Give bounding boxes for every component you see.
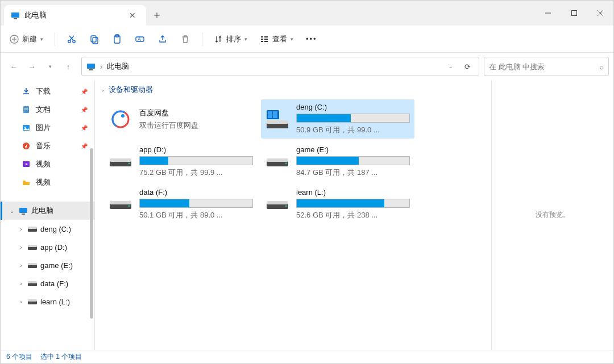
chevron-down-icon: ▾ [291, 36, 293, 42]
svg-rect-37 [28, 227, 37, 229]
new-tab-button[interactable]: ＋ [146, 4, 168, 26]
paste-button[interactable] [107, 31, 127, 48]
chevron-right-icon[interactable]: › [18, 262, 24, 269]
drive-label: app (D:) [139, 145, 254, 154]
group-header-devices[interactable]: ⌄ 设备和驱动器 [95, 80, 491, 99]
svg-rect-20 [264, 36, 268, 37]
sidebar-drive-gamee[interactable]: ›game (E:) [1, 256, 94, 274]
sidebar-item-label: deng (C:) [40, 225, 71, 233]
copy-button[interactable] [85, 31, 104, 48]
sidebar-tree-this-pc[interactable]: ⌄此电脑 [1, 202, 94, 220]
minimize-button[interactable] [535, 1, 561, 26]
separator [55, 32, 55, 46]
svg-rect-62 [267, 201, 288, 204]
view-button[interactable]: 查看 ▾ [255, 31, 298, 48]
chevron-right-icon[interactable]: › [18, 226, 24, 232]
sidebar-drive-dengc[interactable]: ›deng (C:) [1, 220, 94, 238]
tab-this-pc[interactable]: 此电脑 ✕ [4, 5, 146, 26]
this-pc-icon [86, 62, 96, 71]
svg-point-60 [128, 205, 130, 207]
body: 下载📌文档📌图片📌音乐📌视频视频⌄此电脑›deng (C:)›app (D:)›… [1, 80, 613, 350]
drive-l[interactable]: learn (L:)52.6 GB 可用，共 238 ... [261, 185, 414, 224]
up-button[interactable]: ↑ [60, 58, 77, 75]
window-controls [535, 1, 613, 26]
svg-rect-43 [28, 281, 37, 283]
drive-d[interactable]: app (D:)75.2 GB 可用，共 99.9 ... [104, 142, 258, 181]
sidebar-item-label: data (F:) [40, 279, 68, 288]
drive-usage-bar [296, 156, 410, 165]
breadcrumb[interactable]: › 此电脑 [100, 61, 129, 72]
sidebar-item-label: learn (L:) [40, 298, 70, 306]
chevron-down-icon[interactable]: ⌄ [9, 208, 15, 214]
titlebar-drag-region[interactable] [168, 1, 535, 26]
sidebar-scrollbar[interactable] [89, 148, 94, 333]
svg-rect-59 [110, 201, 131, 204]
drive-label: data (F:) [139, 188, 254, 196]
sidebar-quick-image[interactable]: 图片📌 [1, 119, 94, 137]
preview-empty-text: 没有预览。 [536, 210, 570, 220]
chevron-down-icon: ⌄ [101, 87, 105, 93]
svg-point-57 [285, 162, 287, 164]
sidebar-drive-learnl[interactable]: ›learn (L:) [1, 292, 94, 311]
forward-button[interactable]: → [23, 58, 40, 75]
sidebar-quick-document[interactable]: 文档📌 [1, 101, 94, 119]
hard-drive-icon [107, 149, 134, 175]
tab-title: 此电脑 [24, 10, 121, 20]
address-bar[interactable]: › 此电脑 ⌄ ⟳ [81, 57, 479, 76]
svg-rect-28 [24, 108, 28, 108]
disk-icon [28, 281, 37, 286]
preview-pane: 没有预览。 [491, 80, 613, 350]
disk-icon [28, 262, 37, 268]
sidebar-quick-download[interactable]: 下载📌 [1, 82, 94, 101]
rename-button[interactable]: A [130, 31, 150, 48]
drive-free-text: 52.6 GB 可用，共 238 ... [296, 210, 411, 220]
tile-baidu-netdisk[interactable]: 百度网盘双击运行百度网盘 [104, 99, 258, 139]
sidebar-quick-folder[interactable]: 视频 [1, 173, 94, 191]
navigation-row: ← → ▾ ↑ › 此电脑 ⌄ ⟳ ⌕ [1, 53, 613, 80]
recent-locations-button[interactable]: ▾ [42, 58, 59, 75]
svg-rect-35 [22, 214, 25, 215]
drive-usage-bar [139, 156, 253, 165]
command-toolbar: 新建 ▾ A 排序 ▾ 查看 ▾ ••• [1, 26, 613, 53]
svg-rect-39 [28, 245, 37, 247]
drive-c[interactable]: deng (C:)50.9 GB 可用，共 99.0 ... [261, 99, 414, 139]
scrollbar-thumb[interactable] [90, 148, 93, 319]
image-icon [21, 123, 31, 132]
cut-button[interactable] [62, 31, 81, 48]
back-button[interactable]: ← [5, 58, 22, 75]
sidebar-drive-dataf[interactable]: ›data (F:) [1, 274, 94, 292]
drive-label: game (E:) [296, 145, 411, 154]
svg-rect-53 [110, 158, 131, 162]
tab-close-button[interactable]: ✕ [126, 10, 139, 21]
search-box[interactable]: ⌕ [484, 57, 609, 76]
chevron-right-icon[interactable]: › [18, 281, 24, 287]
chevron-down-icon: ▾ [40, 36, 43, 42]
sidebar-drive-appd[interactable]: ›app (D:) [1, 238, 94, 256]
refresh-button[interactable]: ⟳ [461, 60, 474, 73]
chevron-right-icon[interactable]: › [18, 244, 24, 250]
content-pane[interactable]: ⌄ 设备和驱动器 百度网盘双击运行百度网盘deng (C:)50.9 GB 可用… [94, 80, 491, 350]
sidebar-quick-music[interactable]: 音乐📌 [1, 137, 94, 155]
new-label: 新建 [22, 34, 37, 44]
svg-rect-21 [261, 39, 263, 40]
svg-rect-1 [14, 18, 17, 19]
chevron-right-icon[interactable]: › [18, 299, 24, 305]
delete-button[interactable] [176, 31, 195, 48]
sidebar-item-label: 此电脑 [31, 206, 53, 216]
close-button[interactable] [587, 1, 613, 26]
drive-f[interactable]: data (F:)50.1 GB 可用，共 89.0 ... [104, 185, 258, 224]
breadcrumb-label: 此电脑 [107, 61, 129, 72]
drive-free-text: 75.2 GB 可用，共 99.9 ... [139, 168, 254, 178]
share-button[interactable] [153, 31, 172, 48]
search-input[interactable] [489, 62, 595, 71]
sort-button[interactable]: 排序 ▾ [209, 31, 252, 48]
sidebar-item-label: 音乐 [36, 141, 51, 151]
chevron-down-icon[interactable]: ⌄ [445, 61, 457, 72]
video-icon [21, 160, 31, 169]
more-options-button[interactable]: ••• [301, 31, 322, 47]
maximize-button[interactable] [561, 1, 587, 26]
new-button[interactable]: 新建 ▾ [5, 31, 48, 48]
drive-e[interactable]: game (E:)84.7 GB 可用，共 187 ... [261, 142, 414, 181]
sidebar-quick-video[interactable]: 视频 [1, 155, 94, 173]
drive-grid: 百度网盘双击运行百度网盘deng (C:)50.9 GB 可用，共 99.0 .… [95, 99, 491, 229]
